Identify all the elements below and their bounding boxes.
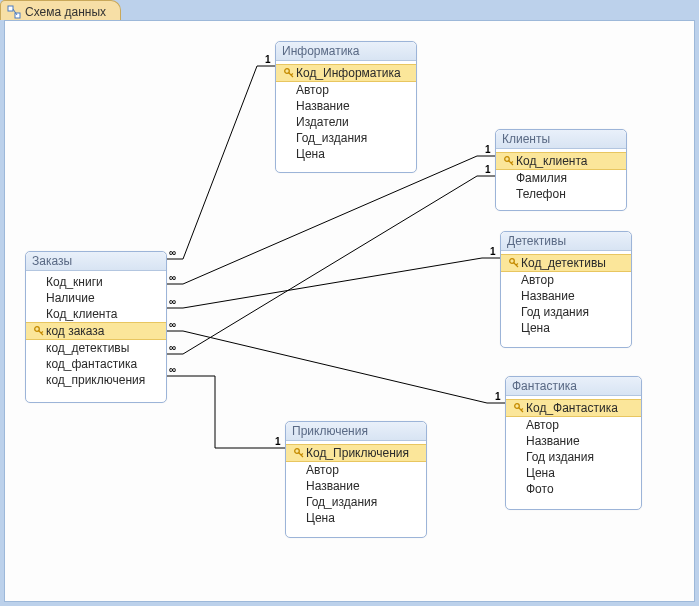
field-item[interactable]: Цена (286, 510, 426, 526)
field-name: Год издания (526, 450, 594, 464)
cardinality-label: ∞ (169, 273, 176, 283)
field-item[interactable]: Фото (506, 481, 641, 497)
field-item[interactable]: Код_клиента (496, 152, 626, 170)
field-item[interactable]: код_фантастика (26, 356, 166, 372)
field-list: Код_клиентаФамилияТелефон (496, 152, 626, 202)
diagram-canvas[interactable]: ЗаказыКод_книгиНаличиеКод_клиентакод зак… (4, 20, 695, 602)
field-list: Код_книгиНаличиеКод_клиентакод заказакод… (26, 274, 166, 388)
field-name: Наличие (46, 291, 95, 305)
table-header[interactable]: Приключения (286, 422, 426, 441)
field-name: Издатели (296, 115, 349, 129)
field-name: Название (526, 434, 580, 448)
field-name: Автор (526, 418, 559, 432)
field-name: Автор (306, 463, 339, 477)
field-name: Код_книги (46, 275, 103, 289)
field-item[interactable]: Название (501, 288, 631, 304)
field-list: Код_ФантастикаАвторНазваниеГод изданияЦе… (506, 399, 641, 497)
tab-strip: Схема данных (0, 0, 699, 20)
primary-key-icon (282, 68, 296, 78)
table-fantasy[interactable]: ФантастикаКод_ФантастикаАвторНазваниеГод… (505, 376, 642, 510)
field-name: код_детективы (46, 341, 129, 355)
tab-relationships[interactable]: Схема данных (0, 0, 121, 20)
field-item[interactable]: Код_Приключения (286, 444, 426, 462)
field-name: Название (306, 479, 360, 493)
field-item[interactable]: Код_Информатика (276, 64, 416, 82)
field-item[interactable]: Год_издания (286, 494, 426, 510)
table-header[interactable]: Детективы (501, 232, 631, 251)
cardinality-label: 1 (490, 247, 496, 257)
field-item[interactable]: Телефон (496, 186, 626, 202)
field-name: Код_Информатика (296, 66, 401, 80)
field-name: Автор (521, 273, 554, 287)
field-item[interactable]: Год издания (501, 304, 631, 320)
field-item[interactable]: Фамилия (496, 170, 626, 186)
field-name: Код_детективы (521, 256, 606, 270)
cardinality-label: ∞ (169, 320, 176, 330)
table-header[interactable]: Клиенты (496, 130, 626, 149)
field-name: код_фантастика (46, 357, 137, 371)
field-name: Название (521, 289, 575, 303)
field-item[interactable]: Наличие (26, 290, 166, 306)
svg-line-14 (516, 264, 518, 266)
field-name: Цена (526, 466, 555, 480)
field-name: Код_Фантастика (526, 401, 618, 415)
field-name: Название (296, 99, 350, 113)
svg-line-10 (509, 161, 514, 166)
field-item[interactable]: код_детективы (26, 340, 166, 356)
field-item[interactable]: Название (286, 478, 426, 494)
field-name: Цена (521, 321, 550, 335)
field-item[interactable]: код заказа (26, 322, 166, 340)
cardinality-label: 1 (495, 392, 501, 402)
field-item[interactable]: Автор (286, 462, 426, 478)
table-header[interactable]: Заказы (26, 252, 166, 271)
primary-key-icon (502, 156, 516, 166)
cardinality-label: 1 (275, 437, 281, 447)
field-name: Цена (306, 511, 335, 525)
table-header[interactable]: Фантастика (506, 377, 641, 396)
field-name: Фото (526, 482, 554, 496)
field-item[interactable]: Название (276, 98, 416, 114)
svg-line-20 (301, 454, 303, 456)
table-header[interactable]: Информатика (276, 42, 416, 61)
cardinality-label: ∞ (169, 248, 176, 258)
cardinality-label: ∞ (169, 297, 176, 307)
cardinality-label: 1 (265, 55, 271, 65)
primary-key-icon (292, 448, 306, 458)
table-adventure[interactable]: ПриключенияКод_ПриключенияАвторНазваниеГ… (285, 421, 427, 538)
tab-label: Схема данных (25, 5, 106, 19)
field-item[interactable]: Автор (501, 272, 631, 288)
field-name: Год издания (521, 305, 589, 319)
primary-key-icon (507, 258, 521, 268)
field-name: Код_клиента (516, 154, 588, 168)
table-orders[interactable]: ЗаказыКод_книгиНаличиеКод_клиентакод зак… (25, 251, 167, 403)
table-detectives[interactable]: ДетективыКод_детективыАвторНазваниеГод и… (500, 231, 632, 348)
field-item[interactable]: Код_клиента (26, 306, 166, 322)
svg-line-17 (521, 409, 523, 411)
cardinality-label: ∞ (169, 365, 176, 375)
cardinality-label: 1 (485, 165, 491, 175)
field-item[interactable]: Автор (276, 82, 416, 98)
field-item[interactable]: Код_Фантастика (506, 399, 641, 417)
field-list: Код_ИнформатикаАвторНазваниеИздателиГод_… (276, 64, 416, 162)
cardinality-label: ∞ (169, 343, 176, 353)
field-name: Телефон (516, 187, 566, 201)
table-informatics[interactable]: ИнформатикаКод_ИнформатикаАвторНазваниеИ… (275, 41, 417, 173)
field-item[interactable]: Цена (501, 320, 631, 336)
svg-line-5 (41, 332, 43, 334)
field-item[interactable]: Год_издания (276, 130, 416, 146)
field-item[interactable]: Автор (506, 417, 641, 433)
field-list: Код_детективыАвторНазваниеГод изданияЦен… (501, 254, 631, 336)
field-name: Автор (296, 83, 329, 97)
field-item[interactable]: Код_книги (26, 274, 166, 290)
table-clients[interactable]: КлиентыКод_клиентаФамилияТелефон (495, 129, 627, 211)
field-name: Цена (296, 147, 325, 161)
field-item[interactable]: Код_детективы (501, 254, 631, 272)
field-item[interactable]: Название (506, 433, 641, 449)
field-item[interactable]: код_приключения (26, 372, 166, 388)
field-name: код_приключения (46, 373, 145, 387)
field-item[interactable]: Год издания (506, 449, 641, 465)
field-item[interactable]: Цена (506, 465, 641, 481)
field-name: Фамилия (516, 171, 567, 185)
field-item[interactable]: Издатели (276, 114, 416, 130)
field-item[interactable]: Цена (276, 146, 416, 162)
